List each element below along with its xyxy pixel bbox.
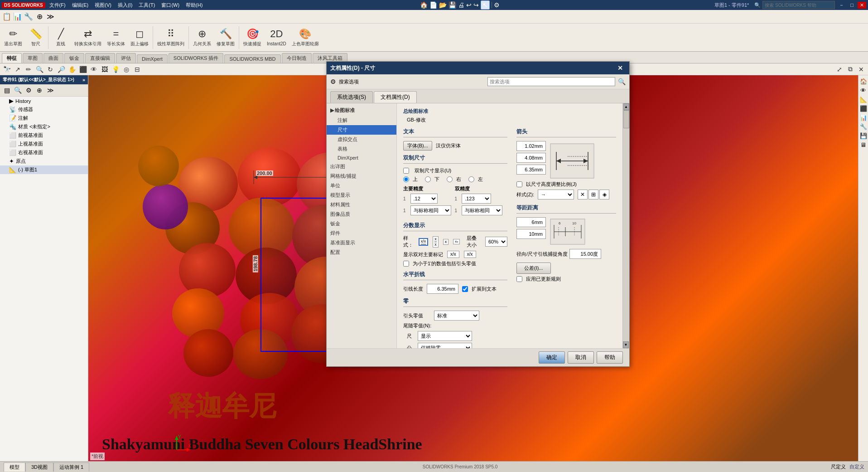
menu-edit[interactable]: 编辑(E) <box>70 1 91 10</box>
window-restore[interactable]: □ <box>848 2 856 8</box>
dual-marker-btn1[interactable]: x/x <box>447 251 459 258</box>
style-btn2[interactable]: ⊞ <box>588 190 598 200</box>
instant2d-btn[interactable]: 2D Instant2D <box>265 25 289 50</box>
dual-pos-below[interactable] <box>425 176 431 182</box>
dialog-search-input[interactable] <box>487 77 615 86</box>
tab-feature[interactable]: 特征 <box>2 53 22 63</box>
dlg-item-imagequal[interactable]: 图像品质 <box>327 209 396 219</box>
dlg-item-annotation[interactable]: 注解 <box>327 116 396 125</box>
arrow-size-3-input[interactable] <box>516 165 546 175</box>
menu-insert[interactable]: 插入(I) <box>116 1 135 10</box>
light-icon[interactable]: 💡 <box>111 65 121 74</box>
view-icon1[interactable]: 🔭 <box>2 65 12 74</box>
font-button[interactable]: 字体(B)... <box>403 141 432 151</box>
right-icon1[interactable]: 🏠 <box>859 77 868 85</box>
float-icon[interactable]: ⧉ <box>845 65 855 74</box>
dialog-help-button[interactable]: 帮助 <box>597 351 623 364</box>
style-btn1[interactable]: ✕ <box>578 190 588 200</box>
pencil-icon[interactable]: ✏ <box>24 65 34 74</box>
scrollbar-thumb[interactable] <box>623 110 629 128</box>
lp-btn4[interactable]: ⊕ <box>34 85 44 95</box>
scale-height-checkbox[interactable] <box>516 181 522 187</box>
menu-tools[interactable]: 工具(T) <box>136 1 157 10</box>
tz-linear-select[interactable]: 显示 <box>418 331 472 341</box>
primary-precision-select[interactable]: .12.1.123.1234 <box>410 194 438 204</box>
style-select[interactable]: → <box>538 190 574 200</box>
hide-icon[interactable]: ◎ <box>121 65 131 74</box>
print-icon[interactable]: 🖨 <box>458 1 464 9</box>
dlg-item-grid[interactable]: 网格线/捕捉 <box>327 171 396 181</box>
dlg-section-drawing[interactable]: ▶绘图标准 <box>327 105 396 116</box>
menu-view[interactable]: 视图(V) <box>92 1 114 10</box>
tolerance-button[interactable]: 公差(I)... <box>516 263 551 274</box>
dlg-item-dimension[interactable]: 尺寸 <box>327 125 396 135</box>
dlg-item-modeldisp[interactable]: 模型显示 <box>327 190 396 200</box>
draw-line-btn[interactable]: ╱ 直线 <box>50 25 71 50</box>
frac-btn4[interactable]: xx <box>453 239 460 244</box>
tree-item-sensor[interactable]: 📡 传感器 <box>0 105 88 114</box>
tab-mbd[interactable]: SOLIDWORKS MBD <box>224 54 280 63</box>
help-search-input[interactable] <box>762 1 835 9</box>
display-icon[interactable]: 👁 <box>89 65 99 74</box>
tab-sheetmetal[interactable]: 钣金 <box>64 53 84 63</box>
dual-precision-unit-select[interactable]: 与标称相同 <box>462 205 502 215</box>
dialog-close-button[interactable]: ✕ <box>615 63 626 73</box>
primary-precision-unit-select[interactable]: 与标称相同 <box>410 205 451 215</box>
tab-sketch[interactable]: 草图 <box>23 53 43 63</box>
new-icon[interactable]: 📄 <box>429 1 437 9</box>
tree-item-material[interactable]: 🔩 材质 <未指定> <box>0 122 88 131</box>
redo-icon[interactable]: ↪ <box>473 1 479 9</box>
more-tools-icon[interactable]: ⚙ <box>494 1 500 9</box>
view-icon2[interactable]: ↗ <box>13 65 23 74</box>
zoom-icon[interactable]: 🔎 <box>56 65 66 74</box>
search-view-icon[interactable]: 🔍 <box>34 65 44 74</box>
dual-precision-select[interactable]: .123 <box>462 194 491 204</box>
dialog-tab-document[interactable]: 文档属性(D) <box>374 91 417 103</box>
open-icon[interactable]: 📂 <box>439 1 447 9</box>
statusbar-tab-3dview[interactable]: 3D视图 <box>25 462 53 472</box>
select-icon[interactable]: ↖ <box>481 0 490 10</box>
right-icon3[interactable]: 📐 <box>859 95 868 103</box>
scrollbar-down-btn[interactable]: ▼ <box>623 341 629 348</box>
arrow-size-2-input[interactable] <box>516 153 546 163</box>
expand-arrow[interactable]: » <box>82 77 85 83</box>
smart-dim-btn[interactable]: 📏 智尺 <box>25 25 46 50</box>
dialog-cancel-button[interactable]: 取消 <box>568 351 594 364</box>
lp-btn5[interactable]: ≫ <box>45 85 55 95</box>
repair-btn[interactable]: 🔨 修复草图 <box>214 25 237 50</box>
line-array-btn[interactable]: ⠿ 线性草图阵列 <box>155 25 187 50</box>
menu-help[interactable]: 帮助(H) <box>183 1 205 10</box>
dual-marker-btn2[interactable]: x/x <box>464 251 476 258</box>
eq-spacing-2-input[interactable] <box>516 229 546 239</box>
home-icon[interactable]: 🏠 <box>420 1 428 9</box>
statusbar-custom[interactable]: 自定义 <box>849 463 864 470</box>
right-icon5[interactable]: 📊 <box>859 113 868 122</box>
shade-sketch-btn[interactable]: 🎨 上色草图轮廓 <box>289 25 321 50</box>
relation-btn[interactable]: ⊕ 几何关系 <box>191 25 213 50</box>
tz-angular-select[interactable]: 仅移除零 <box>418 343 472 348</box>
dlg-item-table[interactable]: 表格 <box>327 144 396 154</box>
left-panel-icon3[interactable]: 🔧 <box>24 12 34 22</box>
leading-zero-select[interactable]: 标准 <box>434 311 479 321</box>
apply-rules-checkbox[interactable] <box>516 276 522 282</box>
statusbar-tab-motion[interactable]: 运动算例 1 <box>53 462 89 472</box>
tab-today[interactable]: 今日制造 <box>282 53 312 63</box>
left-panel-icon2[interactable]: 📊 <box>13 12 23 22</box>
lp-btn2[interactable]: 🔍 <box>13 85 23 95</box>
dialog-ok-button[interactable]: 确定 <box>539 351 565 364</box>
view3d-icon[interactable]: ⬛ <box>78 65 88 74</box>
tree-item-front[interactable]: ⬜ 前视基准面 <box>0 131 88 140</box>
dlg-item-dimxpert[interactable]: DimXpert <box>327 154 396 162</box>
left-panel-icon4[interactable]: ⊕ <box>34 12 44 22</box>
save-icon[interactable]: 💾 <box>448 1 456 9</box>
dlg-item-config[interactable]: 配置 <box>327 248 396 257</box>
lead-length-input[interactable] <box>427 284 458 294</box>
tab-addins[interactable]: SOLIDWORKS 插件 <box>169 53 224 63</box>
left-panel-icon5[interactable]: ≫ <box>45 12 55 22</box>
dlg-item-unit[interactable]: 单位 <box>327 181 396 190</box>
expand-icon[interactable]: ⤢ <box>834 65 844 74</box>
pan-icon[interactable]: ✋ <box>67 65 77 74</box>
show-dual-checkbox[interactable] <box>403 168 409 174</box>
window-minimize[interactable]: － <box>837 1 846 9</box>
dual-pos-right[interactable] <box>447 176 453 182</box>
